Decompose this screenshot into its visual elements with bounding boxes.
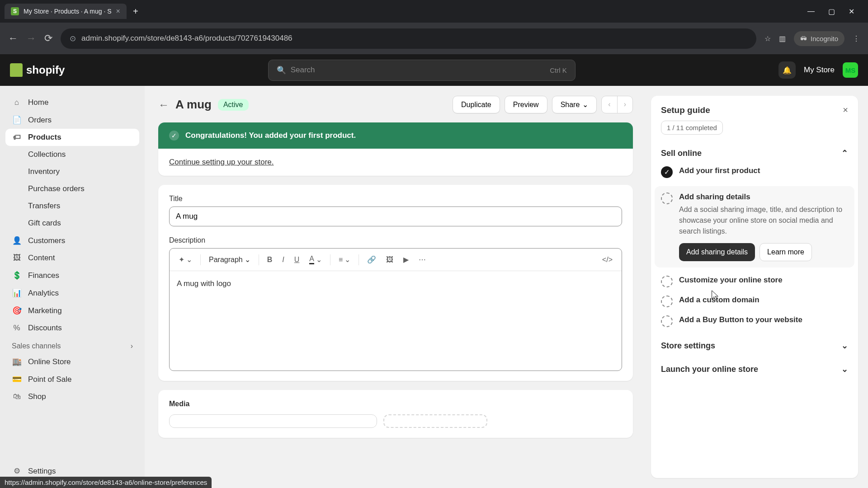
back-icon[interactable]: ← — [8, 33, 18, 44]
task-custom-domain[interactable]: Add a custom domain — [661, 296, 848, 307]
chevron-down-icon: ⌄ — [186, 255, 192, 264]
more-button[interactable]: ⋯ — [415, 253, 429, 267]
orders-icon: 📄 — [12, 115, 22, 125]
back-button[interactable]: ← — [158, 99, 169, 111]
sidebar-item-gift-cards[interactable]: Gift cards — [5, 215, 139, 232]
success-banner-card: ✓ Congratulations! You added your first … — [158, 122, 633, 176]
media-thumbnail[interactable] — [169, 414, 377, 428]
shop-icon: 🛍 — [12, 392, 22, 401]
main-content: ← A mug Active Duplicate Preview Share⌄ … — [145, 86, 646, 488]
store-name[interactable]: My Store — [804, 66, 835, 75]
preview-button[interactable]: Preview — [505, 96, 547, 113]
text-color-button[interactable]: A ⌄ — [306, 252, 326, 267]
duplicate-button[interactable]: Duplicate — [453, 96, 500, 113]
new-tab-button[interactable]: + — [133, 6, 138, 17]
underline-button[interactable]: U — [291, 253, 303, 267]
home-icon: ⌂ — [12, 98, 22, 107]
address-bar[interactable]: ⊙ admin.shopify.com/store/de8143-a6/prod… — [61, 28, 756, 49]
sidebar-item-customers[interactable]: 👤Customers — [5, 232, 139, 249]
task-add-sharing-details[interactable]: Add sharing details Add a social sharing… — [655, 186, 854, 267]
sidebar-item-pos[interactable]: 💳Point of Sale — [5, 371, 139, 388]
close-setup-button[interactable]: × — [843, 105, 848, 115]
store-icon: 🏬 — [12, 357, 22, 366]
sidebar-item-finances[interactable]: 💲Finances — [5, 267, 139, 284]
paragraph-select[interactable]: Paragraph ⌄ — [205, 253, 254, 267]
shopify-logo[interactable]: shopify — [10, 63, 65, 77]
tab-title: My Store · Products · A mug · S — [24, 8, 112, 15]
pending-circle-icon — [661, 192, 673, 204]
sidebar-item-marketing[interactable]: 🎯Marketing — [5, 302, 139, 319]
customers-icon: 👤 — [12, 236, 22, 245]
sidebar-item-collections[interactable]: Collections — [5, 146, 139, 163]
sidebar-item-shop[interactable]: 🛍Shop — [5, 388, 139, 405]
discounts-icon: % — [12, 324, 22, 333]
sidebar-item-content[interactable]: 🖼Content — [5, 249, 139, 267]
description-textarea[interactable]: A mug with logo — [170, 271, 622, 371]
close-window-icon[interactable]: ✕ — [849, 7, 854, 16]
incognito-badge[interactable]: 🕶 Incognito — [794, 31, 844, 46]
media-upload-zone[interactable] — [383, 414, 487, 428]
ai-generate-button[interactable]: ✦⌄ — [175, 253, 196, 267]
setup-guide-title: Setup guide — [661, 105, 710, 115]
sidebar-item-online-store[interactable]: 🏬Online Store — [5, 353, 139, 371]
chevron-down-icon: ⌄ — [245, 255, 250, 264]
shopify-bag-icon — [10, 63, 23, 77]
notifications-button[interactable]: 🔔 — [778, 61, 796, 79]
chevron-down-icon: ⌄ — [841, 364, 848, 374]
section-launch-store[interactable]: Launch your online store ⌄ — [661, 364, 848, 374]
code-view-button[interactable]: </> — [599, 253, 616, 267]
product-details-card: Title Description ✦⌄ Paragraph ⌄ B I U A… — [158, 185, 633, 381]
sidebar-item-home[interactable]: ⌂Home — [5, 94, 139, 111]
browser-tab[interactable]: S My Store · Products · A mug · S × — [5, 4, 127, 19]
prev-product-button[interactable]: ‹ — [602, 96, 617, 113]
setup-guide-card: Setup guide × 1 / 11 completed Sell onli… — [651, 96, 858, 478]
sidebar-item-orders[interactable]: 📄Orders — [5, 111, 139, 129]
italic-button[interactable]: I — [278, 253, 288, 267]
share-button[interactable]: Share⌄ — [552, 96, 597, 113]
video-button[interactable]: ▶ — [400, 253, 412, 267]
forward-icon[interactable]: → — [26, 33, 36, 44]
section-store-settings[interactable]: Store settings ⌄ — [661, 341, 848, 351]
chevron-down-icon: ⌄ — [841, 341, 848, 351]
minimize-icon[interactable]: — — [807, 7, 815, 16]
pending-circle-icon — [661, 276, 673, 287]
status-bar-url: https://admin.shopify.com/store/de8143-a… — [0, 477, 212, 488]
search-input[interactable]: 🔍 Search Ctrl K — [268, 60, 576, 81]
close-tab-icon[interactable]: × — [116, 7, 120, 15]
chevron-down-icon: ⌄ — [316, 255, 322, 264]
site-info-icon[interactable]: ⊙ — [70, 34, 76, 43]
task-buy-button[interactable]: Add a Buy Button to your website — [661, 315, 848, 327]
marketing-icon: 🎯 — [12, 306, 22, 315]
learn-more-button[interactable]: Learn more — [760, 243, 812, 261]
task-customize-store[interactable]: Customize your online store — [661, 276, 848, 287]
sidebar-item-discounts[interactable]: %Discounts — [5, 319, 139, 337]
next-product-button[interactable]: › — [617, 96, 632, 113]
continue-setup-link[interactable]: Continue setting up your store. — [169, 158, 274, 166]
sidebar-item-transfers[interactable]: Transfers — [5, 197, 139, 215]
pending-circle-icon — [661, 296, 673, 307]
add-sharing-details-button[interactable]: Add sharing details — [679, 243, 755, 261]
sidebar-item-analytics[interactable]: 📊Analytics — [5, 284, 139, 302]
menu-icon[interactable]: ⋮ — [853, 34, 860, 43]
bookmark-icon[interactable]: ☆ — [764, 34, 771, 43]
sidebar-item-products[interactable]: 🏷Products — [5, 129, 139, 146]
description-editor: ✦⌄ Paragraph ⌄ B I U A ⌄ ≡ ⌄ 🔗 🖼 ▶ — [169, 248, 622, 371]
avatar[interactable]: MS — [843, 62, 858, 78]
panel-icon[interactable]: ▥ — [779, 34, 786, 43]
check-circle-icon: ✓ — [661, 166, 673, 178]
link-button[interactable]: 🔗 — [363, 253, 380, 267]
status-badge: Active — [218, 99, 249, 111]
shopify-favicon-icon: S — [11, 7, 19, 15]
maximize-icon[interactable]: ▢ — [828, 7, 835, 16]
task-add-first-product[interactable]: ✓ Add your first product — [661, 166, 848, 178]
sidebar-item-inventory[interactable]: Inventory — [5, 163, 139, 180]
media-label: Media — [169, 400, 622, 408]
sales-channels-heading[interactable]: Sales channels › — [5, 337, 139, 353]
bold-button[interactable]: B — [264, 253, 276, 267]
section-sell-online[interactable]: Sell online ⌃ — [661, 148, 848, 158]
image-button[interactable]: 🖼 — [382, 253, 397, 267]
sidebar-item-purchase-orders[interactable]: Purchase orders — [5, 180, 139, 197]
title-input[interactable] — [169, 206, 622, 226]
align-button[interactable]: ≡ ⌄ — [335, 253, 354, 267]
reload-icon[interactable]: ⟳ — [44, 33, 52, 44]
